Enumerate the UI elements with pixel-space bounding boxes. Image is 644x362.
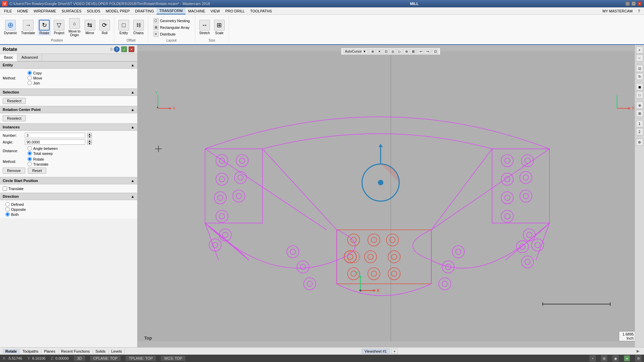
maximize-button[interactable]: ☐ [631,1,636,6]
menu-view[interactable]: VIEW [208,7,223,14]
remove-button[interactable]: Remove [3,168,25,174]
number-input[interactable] [25,133,85,138]
translate-radio[interactable] [28,162,32,166]
nav-autocursor[interactable]: AutoCursor ▼ [343,49,368,54]
opposite-radio[interactable] [5,207,10,212]
my-mastercam[interactable]: MY MASTERCAM [600,8,635,14]
menu-machine[interactable]: MACHINE [185,7,208,14]
minimize-button[interactable]: − [625,1,630,6]
viewsheet-add[interactable]: + [391,349,398,354]
ribbon-btn-translate[interactable]: → Translate [20,19,36,36]
nav-btn-1[interactable]: ⊕ [370,49,376,54]
reset-button[interactable]: Reset [28,168,46,174]
nav-btn-6[interactable]: ⊛ [404,49,410,54]
ribbon-btn-stretch[interactable]: ↔ Stretch [198,19,211,36]
ribbon-btn-dynamic[interactable]: ⊕ Dynamic [3,19,18,36]
rt-btn-minus[interactable]: − [636,54,643,62]
menu-wireframe[interactable]: WIREFRAME [31,7,59,14]
rt-btn-wireframe[interactable]: □ [636,91,643,99]
nav-btn-undo[interactable]: ↩ [418,49,424,54]
menu-drafting[interactable]: DRAFTING [132,7,157,14]
method-copy-radio[interactable] [28,71,32,75]
bottom-btn-1[interactable]: + [590,355,596,361]
statusbar-expand[interactable]: ▶ [635,349,641,354]
selection-reselect-button[interactable]: Reselect [3,98,26,104]
rt-btn-view1[interactable]: 1 [636,120,643,127]
direction-section-header[interactable]: Direction ▲ [0,193,137,200]
ribbon-btn-rotate[interactable]: ↻ Rotate [38,19,51,36]
rt-btn-plus[interactable]: + [636,46,643,54]
rt-btn-rotate3d[interactable]: ↻ [636,73,643,80]
menu-solids[interactable]: SOLIDS [84,7,103,14]
method-move-radio[interactable] [28,76,32,80]
ribbon-btn-project[interactable]: ▽ Project [52,19,66,36]
ribbon-btn-move-origin[interactable]: ⌂ Move toOrigin [67,17,82,38]
tab-advanced[interactable]: Advanced [17,54,42,61]
nav-btn-5[interactable]: ▷ [397,49,403,54]
ribbon-btn-chains[interactable]: ⛓ Chains [132,19,145,36]
number-spinner-down[interactable]: ▼ [87,135,92,138]
bottom-btn-2[interactable]: ⊞ [601,355,607,361]
nav-btn-3[interactable]: ⊡ [383,49,389,54]
ribbon-btn-entity[interactable]: □ Entity [117,19,130,36]
ribbon-btn-geometry-nesting[interactable]: ⬡ Geometry Nesting [152,18,191,24]
entity-section-header[interactable]: Entity ▲ [0,61,137,69]
menu-home[interactable]: HOME [14,7,31,14]
status-tab-rotate[interactable]: Rotate [3,349,20,354]
rt-btn-grid[interactable]: ⊞ [636,110,643,117]
ribbon-btn-rectangular-array[interactable]: ⊞ Rectangular Array [152,24,191,31]
status-tab-recent[interactable]: Recent Functions [58,349,93,354]
selection-section-header[interactable]: Selection ▲ [0,88,137,96]
viewsheet-tab[interactable]: Viewsheet #1 [362,349,390,354]
nav-btn-4[interactable]: ◎ [390,49,396,54]
menu-pro-drill[interactable]: PRO DRILL [223,7,248,14]
nav-btn-redo[interactable]: ↪ [425,49,431,54]
ribbon-btn-roll[interactable]: ⟳ Roll [98,19,111,36]
rotation-center-section-header[interactable]: Rotation Center Point ▲ [0,106,137,113]
ribbon-btn-distribute[interactable]: ≡ Distribute [152,31,191,37]
angle-between-radio[interactable] [28,146,32,150]
status-tab-solids[interactable]: Solids [93,349,109,354]
rotate-radio[interactable] [28,157,32,161]
rotation-center-reselect-button[interactable]: Reselect [3,115,26,121]
nav-btn-7[interactable]: ⊠ [410,49,416,54]
bottom-btn-5[interactable]: ⚙ [635,355,641,361]
ribbon-help[interactable]: ? [635,8,643,14]
both-radio[interactable] [5,212,10,217]
nav-btn-2[interactable]: ✕ [376,49,382,54]
method-join-radio[interactable] [28,81,32,85]
ribbon-btn-scale[interactable]: ⊞ Scale [213,19,226,36]
menu-file[interactable]: FILE [1,7,14,14]
status-tab-toolpaths[interactable]: Toolpaths [20,349,41,354]
panel-cancel-button[interactable]: ✕ [128,46,135,52]
menu-transform[interactable]: TRANSFORM [157,7,185,14]
menu-toolpaths[interactable]: TOOLPATHS [248,7,275,14]
tab-basic[interactable]: Basic [0,54,17,61]
bottom-btn-3[interactable]: ◉ [612,355,619,361]
rt-btn-snap[interactable]: ⊕ [636,102,643,109]
rt-btn-fit[interactable]: ⊡ [636,65,643,72]
bottom-btn-4[interactable]: ● [624,355,630,361]
circle-start-section-header[interactable]: Circle Start Position ▲ [0,177,137,184]
rt-btn-shading[interactable]: ◼ [636,83,643,90]
menu-surfaces[interactable]: SURFACES [59,7,84,14]
status-tab-levels[interactable]: Levels [109,349,125,354]
rectangular-array-label: Rectangular Array [160,25,190,29]
close-button[interactable]: ✕ [637,1,642,6]
viewport[interactable]: AutoCursor ▼ ⊕ ✕ ⊡ ◎ ▷ ⊛ ⊠ ↩ ↪ ⊡ [138,45,644,347]
ribbon-btn-mirror[interactable]: ⇆ Mirror [83,19,97,36]
status-tab-planes[interactable]: Planes [41,349,58,354]
nav-btn-fit[interactable]: ⊡ [432,49,438,54]
angle-spinner-down[interactable]: ▼ [87,142,92,145]
dynamic-label: Dynamic [4,31,17,35]
angle-input[interactable] [25,139,85,145]
total-sweep-radio[interactable] [28,151,32,156]
translate-checkbox[interactable] [3,186,7,191]
panel-help-button[interactable]: ? [114,46,120,52]
instances-section-header[interactable]: Instances ▲ [0,123,137,131]
rt-btn-config[interactable]: ⚙ [636,138,643,146]
panel-ok-button[interactable]: ✓ [121,46,127,52]
rt-btn-view2[interactable]: 2 [636,128,643,135]
menu-model-prep[interactable]: MODEL PREP [103,7,132,14]
defined-radio[interactable] [5,202,10,206]
